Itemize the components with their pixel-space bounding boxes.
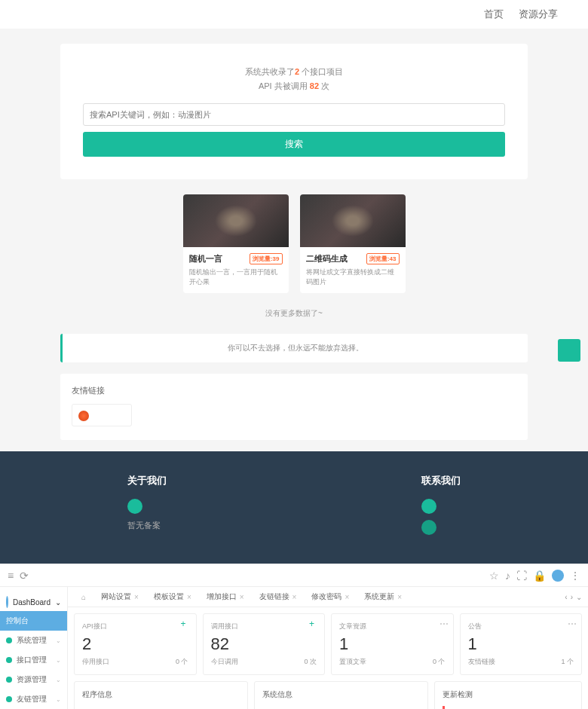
sidebar-item[interactable]: 系统管理⌄	[0, 631, 67, 650]
footer-about-title: 关于我们	[127, 474, 167, 487]
footer-icon	[127, 499, 142, 514]
sidebar-item[interactable]: 接口管理⌄	[0, 650, 67, 670]
footer-icon	[421, 520, 436, 535]
more-icon[interactable]: ⋯	[568, 619, 577, 629]
stat-card: 文章资源1置顶文章0 个⋯	[331, 613, 454, 675]
card-image	[300, 194, 406, 247]
tab[interactable]: 系统更新 ×	[357, 587, 409, 607]
tab-down[interactable]: ⌄	[576, 593, 582, 601]
lock-icon[interactable]: 🔒	[533, 570, 546, 582]
stat-card: API接口2停用接口0 个+	[74, 613, 197, 675]
stat-card: 调用接口82今日调用0 次+	[203, 613, 326, 675]
search-button[interactable]: 搜索	[83, 132, 505, 157]
api-card[interactable]: 二维码生成浏览量:43 将网址或文字直接转换成二维码图片	[300, 194, 406, 293]
theme-icon[interactable]: ☆	[489, 570, 499, 582]
info-row: 系统名称Storm Core API	[82, 706, 240, 709]
fullscreen-icon[interactable]: ⛶	[516, 570, 527, 582]
tab[interactable]: 增加接口 ×	[199, 587, 252, 607]
tab-next[interactable]: ›	[571, 593, 573, 601]
user-avatar[interactable]	[552, 570, 564, 582]
more-icon[interactable]: ⋮	[570, 570, 580, 582]
nav-home[interactable]: 首页	[484, 8, 504, 21]
float-button[interactable]	[558, 339, 580, 362]
friend-links: 友情链接	[60, 374, 528, 440]
add-icon[interactable]: +	[309, 619, 320, 629]
hero-line2: API 共被调用 82 次	[83, 81, 505, 92]
footer-contact-title: 联系我们	[421, 474, 461, 487]
hero-panel: 系统共收录了2 个接口项目 API 共被调用 82 次 搜索	[60, 44, 528, 179]
add-icon[interactable]: +	[181, 619, 191, 629]
tab[interactable]: 网站设置 ×	[93, 587, 146, 607]
quote-box: 你可以不去选择，但永远不能放弃选择。	[60, 334, 528, 362]
more-icon[interactable]: ⋯	[439, 619, 449, 629]
link-item[interactable]	[72, 404, 132, 426]
tab[interactable]: 模板设置 ×	[146, 587, 199, 607]
card-image	[183, 194, 289, 247]
no-data-text: 没有更多数据了~	[0, 308, 588, 319]
sidebar-item[interactable]: 友链管理⌄	[0, 689, 67, 709]
tab-prev[interactable]: ‹	[565, 593, 567, 601]
sidebar-user[interactable]: DashBoard⌄	[0, 593, 67, 611]
api-card[interactable]: 随机一言浏览量:39 随机输出一言，一言用于随机开心果	[183, 194, 289, 293]
refresh-icon[interactable]: ⟳	[20, 570, 29, 582]
stat-card: 公告1友情链接1 个⋯	[460, 613, 583, 675]
tab[interactable]: 友链链接 ×	[252, 587, 305, 607]
hero-line1: 系统共收录了2 个接口项目	[83, 66, 505, 78]
footer-about-text: 暂无备案	[127, 520, 167, 531]
info-row: PHP版本7.2.33	[262, 706, 420, 709]
tab-home-icon[interactable]: ⌂	[74, 588, 93, 606]
tab[interactable]: 修改密码 ×	[304, 587, 357, 607]
menu-icon[interactable]: ≡	[8, 570, 14, 582]
sidebar-item[interactable]: 控制台	[0, 611, 67, 631]
search-input[interactable]	[83, 103, 505, 126]
nav-share[interactable]: 资源分享	[519, 8, 558, 21]
sidebar-item[interactable]: 资源管理⌄	[0, 670, 67, 689]
update-alert: 您使用的已是最新版本！	[443, 706, 574, 709]
footer-icon	[421, 499, 436, 514]
notify-icon[interactable]: ♪	[505, 570, 510, 582]
